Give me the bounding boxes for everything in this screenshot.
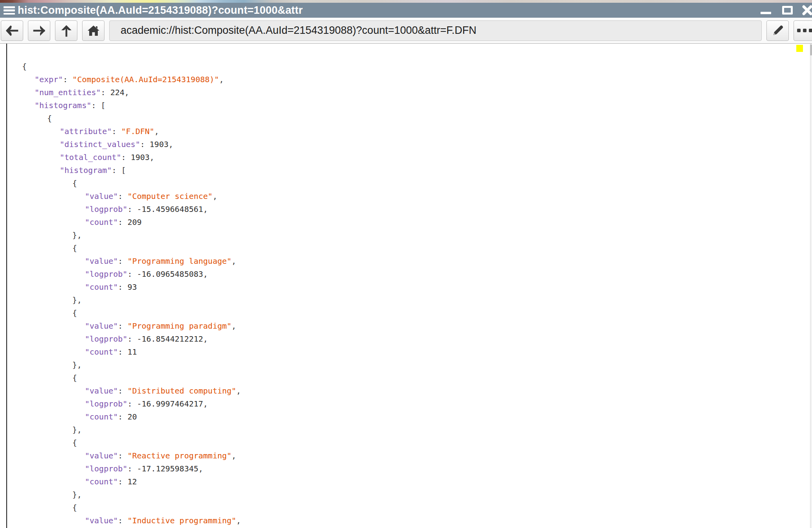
navigation-toolbar xyxy=(0,18,812,44)
code-line: "histogram": [ xyxy=(22,164,810,177)
code-line: "expr": "Composite(AA.AuId=2154319088)", xyxy=(22,73,810,86)
hamburger-menu-icon[interactable] xyxy=(4,6,15,15)
pencil-icon xyxy=(771,24,785,37)
code-line: { xyxy=(22,242,810,255)
code-line: "histograms": [ xyxy=(22,99,810,112)
minimize-button[interactable] xyxy=(760,3,772,18)
code-line: }, xyxy=(22,488,810,501)
code-line: { xyxy=(22,60,810,73)
code-line: "value": "Distributed computing", xyxy=(22,385,810,397)
code-line: "count": 11 xyxy=(22,346,810,359)
edit-button[interactable] xyxy=(766,20,789,41)
code-line: { xyxy=(22,501,810,514)
close-icon xyxy=(801,4,812,16)
code-line: }, xyxy=(22,423,810,436)
code-line: "total_count": 1903, xyxy=(22,151,810,164)
more-button[interactable] xyxy=(794,20,812,41)
desktop-background-strip xyxy=(0,0,812,3)
code-line: { xyxy=(22,372,810,385)
close-button[interactable] xyxy=(801,3,812,18)
minimize-icon xyxy=(761,12,771,15)
code-line: { xyxy=(22,307,810,320)
code-line: "num_entities": 224, xyxy=(22,86,810,99)
code-line: }, xyxy=(22,229,810,242)
code-line: "distinct_values": 1903, xyxy=(22,138,810,151)
maximize-icon xyxy=(782,6,793,15)
maximize-button[interactable] xyxy=(781,3,793,18)
home-icon xyxy=(87,24,100,37)
address-bar xyxy=(109,20,762,41)
window-title: hist:Composite(AA.AuId=2154319088)?count… xyxy=(18,4,303,17)
more-dots-icon xyxy=(797,29,812,32)
up-button[interactable] xyxy=(55,20,77,41)
titlebar[interactable]: hist:Composite(AA.AuId=2154319088)?count… xyxy=(0,3,812,18)
forward-arrow-icon xyxy=(32,24,46,37)
back-button[interactable] xyxy=(1,20,23,41)
home-button[interactable] xyxy=(82,20,104,41)
code-line: "value": "Reactive programming", xyxy=(22,449,810,462)
code-line: }, xyxy=(22,294,810,307)
up-arrow-icon xyxy=(60,24,73,37)
code-line: { xyxy=(22,177,810,190)
code-line: "logprob": -17.129598345, xyxy=(22,462,810,475)
code-line: "value": "Computer science", xyxy=(22,190,810,203)
code-line: "value": "Inductive programming", xyxy=(22,514,810,527)
code-line: "count": 20 xyxy=(22,410,810,423)
code-line: "value": "Programming paradigm", xyxy=(22,320,810,333)
code-line: "count": 93 xyxy=(22,281,810,294)
code-line: "logprob": -15.4596648561, xyxy=(22,203,810,216)
code-line: "attribute": "F.DFN", xyxy=(22,125,810,138)
code-line: "count": 209 xyxy=(22,216,810,229)
forward-button[interactable] xyxy=(28,20,50,41)
code-line: "logprob": -16.8544212212, xyxy=(22,333,810,346)
back-arrow-icon xyxy=(5,24,19,37)
json-code: {"expr": "Composite(AA.AuId=2154319088)"… xyxy=(0,44,810,528)
code-line: { xyxy=(22,112,810,125)
code-line: "value": "Programming language", xyxy=(22,255,810,268)
address-input[interactable] xyxy=(121,24,761,37)
code-line: "count": 12 xyxy=(22,475,810,488)
scrollbar-thumb[interactable] xyxy=(810,44,812,55)
browser-window: hist:Composite(AA.AuId=2154319088)?count… xyxy=(0,0,812,528)
code-line: }, xyxy=(22,359,810,372)
code-line: { xyxy=(22,436,810,449)
code-line: "logprob": -16.0965485083, xyxy=(22,268,810,281)
code-line: "logprob": -16.9997464217, xyxy=(22,397,810,410)
highlight-marker xyxy=(796,45,803,52)
content-area: {"expr": "Composite(AA.AuId=2154319088)"… xyxy=(0,44,812,528)
scrollbar-track[interactable] xyxy=(810,44,812,528)
